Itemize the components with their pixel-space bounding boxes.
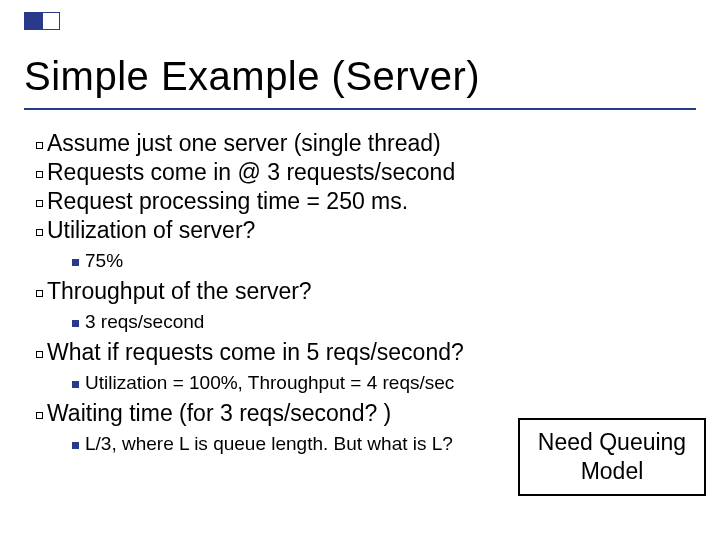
subbullet-text: L/3, where L is queue length. But what i…	[85, 433, 453, 455]
bullet-text: Request processing time = 250 ms.	[47, 188, 408, 215]
bullet-processing-time: Request processing time = 250 ms.	[36, 188, 700, 215]
subbullet-throughput-a: 3 reqs/second	[72, 311, 700, 333]
deco-square-outline	[42, 12, 60, 30]
outline-bullet-icon	[36, 290, 43, 297]
filled-bullet-icon	[72, 442, 79, 449]
subbullet-text: 3 reqs/second	[85, 311, 204, 333]
bullet-text: Requests come in @ 3 requests/second	[47, 159, 455, 186]
subbullet-whatif-a: Utilization = 100%, Throughput = 4 reqs/…	[72, 372, 700, 394]
filled-bullet-icon	[72, 320, 79, 327]
outline-bullet-icon	[36, 200, 43, 207]
filled-bullet-icon	[72, 259, 79, 266]
outline-bullet-icon	[36, 171, 43, 178]
outline-bullet-icon	[36, 229, 43, 236]
subbullet-text: Utilization = 100%, Throughput = 4 reqs/…	[85, 372, 454, 394]
bullet-throughput-q: Throughput of the server?	[36, 278, 700, 305]
outline-bullet-icon	[36, 142, 43, 149]
bullet-text: Waiting time (for 3 reqs/second? )	[47, 400, 391, 427]
outline-bullet-icon	[36, 351, 43, 358]
deco-square-filled	[24, 12, 42, 30]
bullet-whatif-q: What if requests come in 5 reqs/second?	[36, 339, 700, 366]
bullet-text: What if requests come in 5 reqs/second?	[47, 339, 464, 366]
outline-bullet-icon	[36, 412, 43, 419]
bullet-requests-rate: Requests come in @ 3 requests/second	[36, 159, 700, 186]
subbullet-text: 75%	[85, 250, 123, 272]
bullet-assume: Assume just one server (single thread)	[36, 130, 700, 157]
filled-bullet-icon	[72, 381, 79, 388]
bullet-text: Utilization of server?	[47, 217, 255, 244]
bullet-text: Assume just one server (single thread)	[47, 130, 441, 157]
slide-title: Simple Example (Server)	[24, 54, 480, 99]
title-underline	[24, 108, 696, 110]
callout-text: Need Queuing Model	[520, 428, 704, 486]
corner-decoration	[24, 12, 60, 30]
callout-box: Need Queuing Model	[518, 418, 706, 496]
subbullet-utilization-a: 75%	[72, 250, 700, 272]
bullet-utilization-q: Utilization of server?	[36, 217, 700, 244]
bullet-text: Throughput of the server?	[47, 278, 312, 305]
slide-content: Assume just one server (single thread) R…	[36, 130, 700, 461]
